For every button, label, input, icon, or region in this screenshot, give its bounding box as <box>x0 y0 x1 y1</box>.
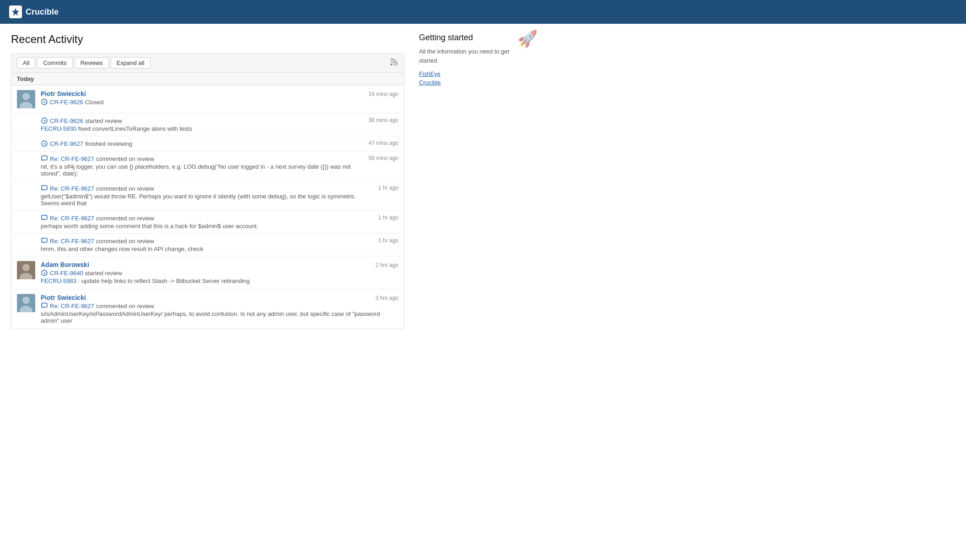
activity-body: Piotr Swiecicki 14 mins ago + CR-FE-9626… <box>41 90 398 106</box>
sidebar-links: FishEye Crucible <box>419 70 538 86</box>
re-review-link[interactable]: Re: CR-FE-9627 <box>50 238 94 245</box>
filter-all-button[interactable]: All <box>17 57 35 69</box>
user-name[interactable]: Adam Borowski <box>41 261 89 268</box>
sidebar-link-crucible[interactable]: Crucible <box>419 79 538 86</box>
page-title: Recent Activity <box>11 33 404 46</box>
sub-item-content: + CR-FE-9626 started review FECRU-5930 f… <box>41 117 363 132</box>
comment-icon <box>41 214 48 222</box>
sub-item-content: Re: CR-FE-9627 commented on review perha… <box>41 214 373 229</box>
sub-item-line: Re: CR-FE-9627 commented on review <box>41 185 373 192</box>
svg-point-20 <box>22 297 30 304</box>
re-review-link[interactable]: Re: CR-FE-9627 <box>50 155 94 162</box>
sub-item-desc: hmm, this and other changes now result i… <box>41 245 373 252</box>
review-link[interactable]: CR-FE-9640 <box>50 270 83 277</box>
comment-icon <box>41 185 48 192</box>
filter-commits-button[interactable]: Commits <box>37 57 72 69</box>
svg-rect-12 <box>42 215 47 219</box>
time-ago: 58 mins ago <box>369 155 398 161</box>
sub-activity-item: Re: CR-FE-9627 commented on review perha… <box>11 211 404 234</box>
sub-activity-item: Re: CR-FE-9627 commented on review getUs… <box>11 181 404 211</box>
activity-line: Re: CR-FE-9627 commented on review <box>41 302 398 309</box>
svg-text:+: + <box>43 142 46 146</box>
re-review-link[interactable]: Re: CR-FE-9627 <box>50 303 94 309</box>
activity-item: Piotr Swiecicki 14 mins ago + CR-FE-9626… <box>11 85 404 113</box>
review-id-link[interactable]: CR-FE-9627 <box>50 140 83 147</box>
expand-all-button[interactable]: Expand all <box>111 57 150 69</box>
svg-rect-22 <box>42 303 47 307</box>
sub-activity-item: + CR-FE-9626 started review FECRU-5930 f… <box>11 113 404 136</box>
activity-line: + CR-FE-9626 Closed <box>41 98 398 106</box>
comment-icon <box>41 237 48 245</box>
activity-item: Adam Borowski 2 hrs ago + CR-FE-9640 sta… <box>11 256 404 289</box>
time-ago: 38 mins ago <box>369 117 398 123</box>
sub-item-line: Re: CR-FE-9627 commented on review <box>41 237 373 245</box>
svg-rect-11 <box>42 186 47 190</box>
review-link[interactable]: CR-FE-9626 <box>50 99 83 106</box>
rss-icon[interactable] <box>390 58 398 68</box>
time-ago: 1 hr ago <box>378 185 398 191</box>
avatar <box>17 90 35 108</box>
avatar <box>17 294 35 312</box>
svg-text:+: + <box>43 271 46 276</box>
review-icon: + <box>41 117 48 124</box>
rocket-icon: 🚀 <box>517 29 538 48</box>
review-id-link[interactable]: CR-FE-9626 <box>50 117 83 124</box>
activity-body: Adam Borowski 2 hrs ago + CR-FE-9640 sta… <box>41 261 398 284</box>
sub-item-desc: FECRU-5930 fixed convertLinesToRange alo… <box>41 125 363 132</box>
sub-item-line: + CR-FE-9627 finished reviewing <box>41 140 363 147</box>
commit-link[interactable]: FECRU-5930 <box>41 125 76 132</box>
re-review-link[interactable]: Re: CR-FE-9627 <box>50 185 94 192</box>
sidebar-description: All the information you need to get star… <box>419 47 538 65</box>
time-ago: 3 hrs ago <box>376 295 398 301</box>
sub-item-line: + CR-FE-9626 started review <box>41 117 363 124</box>
sub-item-content: Re: CR-FE-9627 commented on review nit, … <box>41 155 363 177</box>
content-area: Recent Activity All Commits Reviews Expa… <box>11 33 404 329</box>
svg-text:+: + <box>43 100 46 105</box>
sub-activity-item: Re: CR-FE-9627 commented on review nit, … <box>11 151 404 181</box>
app-header: Crucible <box>0 0 966 24</box>
sub-item-desc: nit, it's a slf4j logger, you can use {}… <box>41 163 363 177</box>
svg-text:+: + <box>43 119 46 123</box>
svg-rect-0 <box>391 64 392 65</box>
svg-point-2 <box>22 93 30 100</box>
sub-item-desc: s/isAdminUserKey/isPasswordAdminUserKey/… <box>41 310 398 324</box>
activity-container: Today Piotr Swiecicki 14 mins <box>11 73 404 329</box>
app-name: Crucible <box>26 7 59 17</box>
sub-item-content: Re: CR-FE-9627 commented on review getUs… <box>41 185 373 207</box>
time-ago: 47 mins ago <box>369 140 398 146</box>
time-ago: 1 hr ago <box>378 214 398 221</box>
re-review-link[interactable]: Re: CR-FE-9627 <box>50 215 94 222</box>
sidebar: 🚀 Getting started All the information yo… <box>419 33 538 329</box>
time-ago: 1 hr ago <box>378 237 398 244</box>
svg-rect-13 <box>42 238 47 242</box>
svg-point-15 <box>22 264 30 271</box>
day-header: Today <box>11 73 404 85</box>
user-name[interactable]: Piotr Swiecicki <box>41 90 86 97</box>
svg-rect-10 <box>42 156 47 160</box>
sub-item-desc: getUser("$admin$") would throw RE. Perha… <box>41 193 373 207</box>
sub-item-content: + CR-FE-9627 finished reviewing <box>41 140 363 147</box>
review-icon: + <box>41 140 48 147</box>
filter-reviews-button[interactable]: Reviews <box>75 57 109 69</box>
logo[interactable]: Crucible <box>9 5 59 18</box>
avatar <box>17 261 35 279</box>
sub-item-line: Re: CR-FE-9627 commented on review <box>41 214 373 222</box>
activity-body: Piotr Swiecicki 3 hrs ago Re: CR-FE-9627… <box>41 294 398 324</box>
user-name[interactable]: Piotr Swiecicki <box>41 294 86 301</box>
logo-icon <box>9 5 22 18</box>
activity-item: Piotr Swiecicki 3 hrs ago Re: CR-FE-9627… <box>11 289 404 329</box>
sub-item-desc: perhaps worth adding some comment that t… <box>41 223 373 229</box>
sub-item-content: Re: CR-FE-9627 commented on review hmm, … <box>41 237 373 252</box>
activity-line: + CR-FE-9640 started review <box>41 269 398 277</box>
sub-activity-item: Re: CR-FE-9627 commented on review hmm, … <box>11 234 404 256</box>
filter-bar: All Commits Reviews Expand all <box>11 53 404 73</box>
review-icon: + <box>41 98 48 106</box>
comment-icon <box>41 155 48 162</box>
commit-line: FECRU-5983 : update help links to reflec… <box>41 277 398 284</box>
commit-link[interactable]: FECRU-5983 <box>41 277 76 284</box>
sidebar-link-fisheye[interactable]: FishEye <box>419 70 538 77</box>
review-icon: + <box>41 269 48 277</box>
time-ago: 14 mins ago <box>369 91 398 97</box>
comment-icon <box>41 302 48 309</box>
sub-item-line: Re: CR-FE-9627 commented on review <box>41 155 363 162</box>
